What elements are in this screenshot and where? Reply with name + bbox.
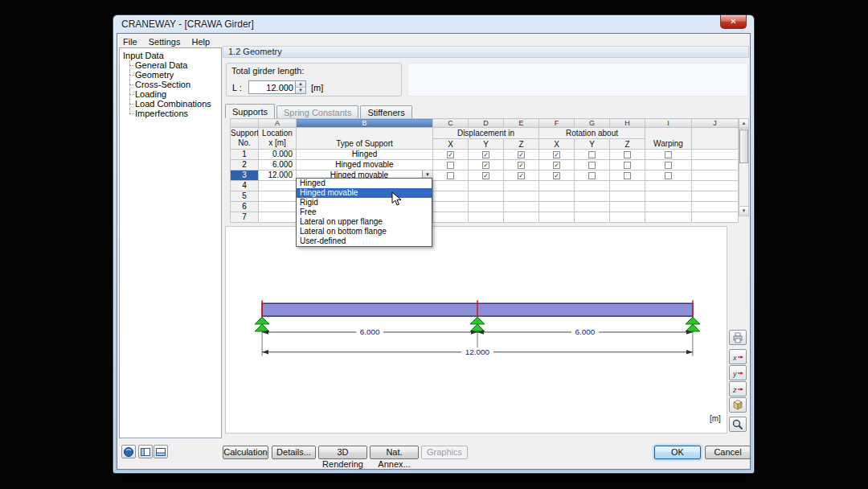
- scrollbar-thumb[interactable]: [739, 129, 748, 163]
- tab-supports[interactable]: Supports: [225, 104, 275, 118]
- spin-up-icon[interactable]: ▲: [296, 81, 305, 88]
- location-cell[interactable]: [259, 212, 297, 223]
- column-letter-j[interactable]: J: [692, 119, 739, 128]
- checkbox-rot-y[interactable]: [588, 151, 596, 158]
- column-letter-d[interactable]: D: [469, 119, 504, 128]
- checkbox-rot-z[interactable]: [624, 151, 631, 158]
- dropdown-option-lateral-on-upper-flange[interactable]: Lateral on upper flange: [297, 217, 432, 227]
- button-nat-annex[interactable]: Nat. Annex...: [370, 446, 419, 459]
- ok-button[interactable]: OK: [654, 446, 701, 459]
- dropdown-option-hinged[interactable]: Hinged: [297, 179, 432, 188]
- view-y-button[interactable]: y: [729, 365, 747, 380]
- column-letter-h[interactable]: H: [610, 119, 645, 128]
- tree-item-general-data[interactable]: General Data: [120, 60, 221, 70]
- checkbox-rot-x[interactable]: ✓: [553, 162, 560, 169]
- view-z-button[interactable]: z: [729, 381, 747, 397]
- button-details[interactable]: Details...: [272, 446, 316, 459]
- row-number[interactable]: 7: [231, 212, 259, 223]
- checkbox-warping[interactable]: [665, 162, 672, 169]
- window-client-area: FileSettingsHelp Input DataGeneral DataG…: [117, 33, 751, 470]
- scroll-up-icon[interactable]: ▲: [739, 119, 748, 129]
- row-number[interactable]: 6: [231, 202, 259, 212]
- print-button[interactable]: [729, 330, 747, 345]
- table-scrollbar[interactable]: ▲ ▼: [739, 118, 749, 216]
- column-letter-i[interactable]: I: [645, 119, 692, 128]
- tree-item-cross-section[interactable]: Cross-Section: [120, 80, 221, 89]
- cancel-button[interactable]: Cancel: [705, 446, 751, 459]
- girder-length-input[interactable]: [251, 82, 293, 92]
- type-cell[interactable]: Hinged: [297, 150, 433, 160]
- dropdown-option-lateral-on-bottom-flange[interactable]: Lateral on bottom flange: [297, 227, 432, 236]
- checkbox-disp-z[interactable]: ✓: [518, 172, 525, 179]
- location-cell[interactable]: 12.000: [259, 171, 297, 181]
- checkbox-rot-y[interactable]: [588, 162, 596, 169]
- checkbox-rot-z[interactable]: [624, 172, 631, 179]
- column-letter-a[interactable]: A: [259, 119, 297, 128]
- checkbox-disp-x[interactable]: ✓: [447, 151, 454, 158]
- location-cell[interactable]: [259, 202, 297, 212]
- row-number[interactable]: 1: [231, 150, 259, 160]
- tree-root-input-data[interactable]: Input Data: [120, 51, 221, 60]
- column-letter-f[interactable]: F: [539, 119, 575, 128]
- close-button[interactable]: ✕: [720, 15, 747, 29]
- tab-stiffeners[interactable]: Stiffeners: [360, 105, 411, 118]
- location-cell[interactable]: [259, 191, 297, 202]
- column-letter-b[interactable]: B: [297, 119, 433, 128]
- dropdown-option-hinged-movable[interactable]: Hinged movable: [297, 188, 432, 198]
- tree-item-imperfections[interactable]: Imperfections: [120, 109, 221, 118]
- row-number[interactable]: 4: [231, 181, 259, 191]
- close-icon: ✕: [730, 17, 736, 26]
- row-number[interactable]: 5: [231, 191, 259, 202]
- location-cell[interactable]: 0.000: [259, 150, 297, 160]
- scroll-down-icon[interactable]: ▼: [739, 206, 748, 216]
- type-cell[interactable]: Hinged movable: [297, 160, 433, 171]
- column-letter-c[interactable]: C: [433, 119, 469, 128]
- location-cell[interactable]: [259, 181, 297, 191]
- support-symbol-middle[interactable]: [470, 317, 485, 331]
- row-number[interactable]: 3: [231, 171, 259, 181]
- checkbox-rot-x[interactable]: ✓: [553, 172, 560, 179]
- tree-item-geometry[interactable]: Geometry: [120, 70, 221, 80]
- info-button[interactable]: [121, 445, 136, 458]
- menu-settings[interactable]: Settings: [143, 36, 186, 47]
- checkbox-disp-z[interactable]: ✓: [518, 162, 525, 169]
- check-cell: [575, 171, 610, 181]
- check-cell: [433, 181, 469, 191]
- button-3d-rendering[interactable]: 3D Rendering: [318, 446, 367, 459]
- checkbox-warping[interactable]: [665, 151, 672, 158]
- menu-bar: FileSettingsHelp: [117, 34, 750, 46]
- checkbox-disp-y[interactable]: ✓: [482, 151, 489, 158]
- beam-diagram: 6.000 6.000 12.000: [225, 226, 727, 434]
- toggle-navigator-button[interactable]: [138, 445, 153, 458]
- checkbox-rot-x[interactable]: ✓: [553, 151, 560, 158]
- checkbox-rot-z[interactable]: [624, 162, 631, 169]
- spin-down-icon[interactable]: ▼: [296, 88, 305, 93]
- isometric-view-button[interactable]: [729, 397, 747, 413]
- toggle-table-button[interactable]: [154, 445, 168, 458]
- row-number[interactable]: 2: [231, 160, 259, 171]
- checkbox-rot-y[interactable]: [588, 172, 596, 179]
- button-calculation[interactable]: Calculation: [223, 446, 268, 459]
- dropdown-option-user-defined[interactable]: User-defined: [297, 236, 432, 246]
- zoom-button[interactable]: [729, 417, 747, 432]
- column-letter-g[interactable]: G: [575, 119, 610, 128]
- checkbox-warping[interactable]: [665, 172, 672, 179]
- tree-item-load-combinations[interactable]: Load Combinations: [120, 99, 221, 109]
- titlebar[interactable]: CRANEWAY - [CRAWA Girder] ✕: [113, 15, 754, 33]
- column-letter-e[interactable]: E: [504, 119, 539, 128]
- menu-help[interactable]: Help: [186, 36, 215, 47]
- dropdown-option-rigid[interactable]: Rigid: [297, 198, 432, 208]
- tree-item-loading[interactable]: Loading: [120, 89, 221, 99]
- checkbox-disp-x[interactable]: [447, 172, 454, 179]
- view-x-button[interactable]: x: [729, 349, 747, 364]
- tab-spring-constants[interactable]: Spring Constants: [276, 105, 358, 118]
- support-symbol-right[interactable]: [686, 317, 700, 331]
- checkbox-disp-x[interactable]: [447, 162, 454, 169]
- support-symbol-left[interactable]: [255, 317, 269, 331]
- location-cell[interactable]: 6.000: [259, 160, 297, 171]
- checkbox-disp-z[interactable]: ✓: [518, 151, 525, 158]
- checkbox-disp-y[interactable]: ✓: [482, 162, 489, 169]
- dropdown-option-free[interactable]: Free: [297, 208, 432, 217]
- checkbox-disp-y[interactable]: ✓: [482, 172, 489, 179]
- menu-file[interactable]: File: [117, 36, 143, 47]
